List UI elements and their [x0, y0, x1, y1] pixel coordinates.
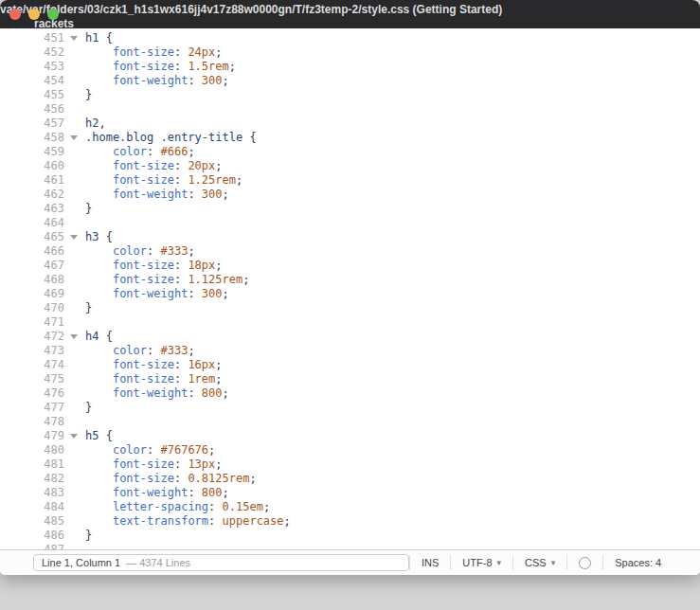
code-line: 487: [0, 543, 700, 549]
indent-setting[interactable]: Spaces: 4: [602, 555, 673, 570]
code-line: 479h5 {: [0, 429, 700, 443]
fold-gutter: [64, 88, 85, 102]
fold-gutter: [64, 301, 85, 315]
code-line: 467 font-size: 18px;: [0, 259, 700, 273]
fold-gutter: [64, 443, 85, 458]
line-number: 457: [0, 117, 64, 131]
line-number: 458: [0, 131, 64, 145]
line-number: 469: [0, 287, 64, 301]
line-number: 483: [0, 486, 64, 500]
line-number: 460: [0, 159, 64, 173]
code-line: 465h3 {: [0, 230, 700, 244]
code-line: 485 text-transform: uppercase;: [0, 514, 700, 529]
code-text: font-size: 1.125rem;: [85, 273, 249, 287]
fold-gutter: [64, 344, 85, 358]
minimize-button[interactable]: [28, 9, 40, 20]
chevron-down-icon: ▾: [497, 558, 502, 567]
fold-gutter: [64, 372, 85, 386]
code-line: 453 font-size: 1.5rem;: [0, 60, 700, 74]
overwrite-toggle[interactable]: INS: [409, 555, 450, 570]
code-text: font-size: 13px;: [85, 458, 223, 472]
lint-status-icon: [579, 557, 591, 569]
code-text: font-size: 0.8125rem;: [85, 472, 257, 486]
code-line: 462 font-weight: 300;: [0, 188, 700, 202]
code-line: 456: [0, 102, 700, 117]
fold-gutter: [64, 358, 85, 372]
fold-gutter: [64, 216, 85, 230]
fold-gutter: [64, 486, 85, 500]
code-text: h4 {: [85, 330, 113, 344]
code-text: h1 {: [85, 31, 113, 45]
fold-gutter: [64, 514, 85, 529]
fold-gutter: [64, 401, 85, 415]
fold-arrow-icon[interactable]: [70, 36, 78, 41]
cursor-position[interactable]: Line 1, Column 1 — 4374 Lines: [33, 554, 409, 571]
code-text: font-weight: 800;: [85, 386, 229, 401]
code-text: h3 {: [85, 230, 113, 244]
fold-toggle[interactable]: [64, 131, 85, 145]
fold-gutter: [64, 529, 85, 543]
code-line: 474 font-size: 16px;: [0, 358, 700, 372]
code-line: 475 font-size: 1rem;: [0, 372, 700, 386]
fold-toggle[interactable]: [64, 429, 85, 443]
line-number: 454: [0, 74, 64, 88]
zoom-button[interactable]: [47, 9, 59, 20]
code-line: 460 font-size: 20px;: [0, 159, 700, 173]
fold-arrow-icon[interactable]: [70, 235, 78, 240]
fold-gutter: [64, 458, 85, 472]
fold-arrow-icon[interactable]: [70, 334, 78, 339]
code-text: font-weight: 300;: [85, 188, 229, 202]
fold-toggle[interactable]: [64, 31, 85, 45]
line-number: 453: [0, 60, 64, 74]
language-selector[interactable]: CSS ▾: [512, 555, 566, 570]
lint-status[interactable]: [566, 555, 602, 570]
line-number: 480: [0, 443, 64, 458]
line-number: 470: [0, 301, 64, 315]
code-line: 454 font-weight: 300;: [0, 74, 700, 88]
cursor-position-label: Line 1, Column 1: [42, 557, 120, 568]
line-number: 452: [0, 45, 64, 60]
code-text: }: [85, 301, 92, 315]
code-text: h5 {: [85, 429, 113, 443]
close-button[interactable]: [9, 9, 21, 20]
line-number: 463: [0, 202, 64, 216]
line-number: 481: [0, 458, 64, 472]
fold-gutter: [64, 259, 85, 273]
code-text: color: #666;: [85, 145, 195, 159]
fold-gutter: [64, 273, 85, 287]
fold-arrow-icon[interactable]: [70, 135, 78, 140]
line-number: 479: [0, 429, 64, 443]
line-number: 486: [0, 529, 64, 543]
fold-gutter: [64, 202, 85, 216]
code-text: font-size: 24px;: [85, 45, 223, 60]
line-number: 451: [0, 31, 64, 45]
fold-gutter: [64, 543, 85, 549]
code-line: 461 font-size: 1.25rem;: [0, 173, 700, 188]
fold-gutter: [64, 145, 85, 159]
line-number: 487: [0, 543, 64, 549]
code-line: 482 font-size: 0.8125rem;: [0, 472, 700, 486]
line-number: 471: [0, 315, 64, 330]
encoding-selector[interactable]: UTF-8 ▾: [450, 555, 512, 570]
code-text: font-size: 16px;: [85, 358, 223, 372]
code-text: }: [85, 401, 92, 415]
code-line: 457h2,: [0, 117, 700, 131]
fold-gutter: [64, 315, 85, 330]
line-number: 459: [0, 145, 64, 159]
code-line: 472h4 {: [0, 330, 700, 344]
fold-toggle[interactable]: [64, 330, 85, 344]
window-title-path: vate/var/folders/03/czk1_h1s1wx616jj4v17…: [0, 3, 700, 17]
code-text: h2,: [85, 117, 106, 131]
code-line: 480 color: #767676;: [0, 443, 700, 458]
code-line: 458.home.blog .entry-title {: [0, 131, 700, 145]
total-lines-label: — 4374 Lines: [126, 557, 190, 568]
fold-toggle[interactable]: [64, 230, 85, 244]
code-editor[interactable]: 451h1 {452 font-size: 24px;453 font-size…: [0, 28, 700, 549]
fold-arrow-icon[interactable]: [70, 434, 78, 439]
line-number: 455: [0, 88, 64, 102]
fold-gutter: [64, 472, 85, 486]
chevron-down-icon: ▾: [551, 558, 556, 567]
line-number: 472: [0, 330, 64, 344]
code-line: 481 font-size: 13px;: [0, 458, 700, 472]
code-line: 477}: [0, 401, 700, 415]
